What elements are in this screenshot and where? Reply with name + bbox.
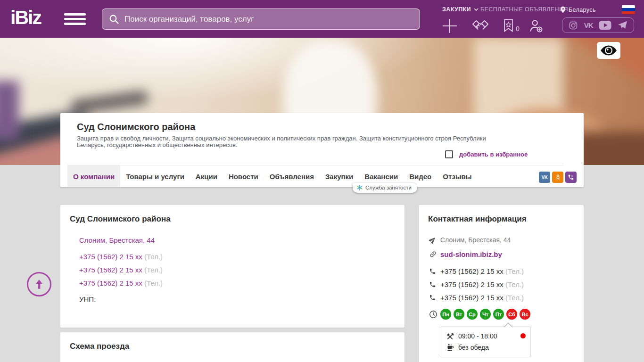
contact-info-card: Контактная информация Слоним, Брестская,… [419, 205, 584, 362]
phone-link[interactable]: +375 (1562) 2 15 xx [79, 266, 142, 274]
schedule-day-wed[interactable]: Ср [467, 309, 478, 320]
eye-icon [600, 44, 618, 57]
header-bar: iBiz ЗАКУПКИ БЕСПЛАТНЫЕ ОБЪЯВЛЕНИЯ Белар… [0, 0, 644, 38]
header-social-links: VK [562, 17, 634, 33]
odnoklassniki-share-icon[interactable] [552, 172, 563, 183]
company-tabs: О компании Товары и услуги Акции Новости… [67, 165, 564, 187]
chevron-down-icon [474, 8, 479, 11]
company-header-card: Суд Слонимского района Защита прав и сво… [60, 113, 584, 187]
schedule-day-fri[interactable]: Пт [493, 309, 504, 320]
contact-phone: +375 (1562) 2 15 xx [440, 267, 504, 275]
company-website-link[interactable]: sud-slonim.ibiz.by [440, 250, 502, 258]
nav-procurement[interactable]: ЗАКУПКИ [442, 6, 479, 13]
contact-phone: +375 (1562) 2 15 xx [440, 294, 504, 302]
views-eye-button[interactable] [597, 42, 620, 59]
about-card-title: Суд Слонимского района [70, 214, 405, 224]
page-title: Суд Слонимского района [77, 122, 584, 132]
scroll-to-top-button[interactable] [27, 272, 51, 296]
unp-label: УНП: [79, 295, 96, 303]
vacancies-tooltip-label: Служба занятости [365, 185, 412, 190]
add-plus-icon[interactable] [442, 18, 458, 34]
instagram-icon[interactable] [569, 21, 578, 30]
hamburger-menu-icon[interactable] [64, 13, 86, 25]
tools-icon [446, 332, 454, 340]
tab-ads[interactable]: Объявления [264, 165, 320, 187]
closed-now-status-dot [520, 333, 526, 338]
telegram-icon[interactable] [618, 21, 627, 30]
location-pin-icon [560, 6, 566, 13]
bookmark-star-icon[interactable] [503, 19, 514, 32]
handshake-icon[interactable] [471, 19, 490, 33]
link-chain-icon [429, 250, 437, 258]
schedule-day-tue[interactable]: Вт [454, 309, 464, 320]
youtube-icon[interactable] [599, 21, 611, 30]
clock-icon [429, 310, 438, 319]
share-social-buttons: VK [539, 172, 577, 183]
phone-type-label: (Тел.) [144, 266, 163, 274]
schedule-day-mon[interactable]: Пн [440, 309, 451, 320]
ibiz-logo[interactable]: iBiz [10, 7, 41, 29]
vk-icon[interactable]: VK [584, 21, 593, 29]
contact-address: Слоним, Брестская, 44 [440, 236, 511, 244]
tab-reviews[interactable]: Отзывы [437, 165, 477, 187]
search-bar [102, 8, 420, 30]
company-description: Защита прав и свобод личности. Защита со… [77, 135, 508, 148]
nav-arrow-icon [429, 236, 437, 244]
tab-news[interactable]: Новости [223, 165, 264, 187]
favorites-label: добавить в избранное [459, 151, 528, 158]
tab-about[interactable]: О компании [67, 165, 120, 187]
map-card-title: Схема проезда [70, 342, 405, 351]
region-label: Беларусь [569, 7, 596, 13]
company-address-link[interactable]: Слоним, Брестская, 44 [79, 236, 155, 244]
nav-procurement-label: ЗАКУПКИ [442, 6, 471, 13]
up-arrow-icon [33, 278, 45, 290]
schedule-day-sun[interactable]: Вс [520, 309, 530, 320]
phone-type-label: (Тел.) [144, 253, 163, 261]
contact-card-title: Контактная информация [428, 214, 584, 224]
phone-icon [429, 268, 436, 275]
favorites-checkbox[interactable] [445, 150, 453, 158]
phone-type-label: (Тел.) [505, 267, 524, 275]
tab-promotions[interactable]: Акции [190, 165, 223, 187]
viber-share-icon[interactable] [565, 172, 577, 183]
phone-link[interactable]: +375 (1562) 2 15 xx [79, 279, 142, 287]
search-input[interactable] [124, 15, 413, 24]
region-selector[interactable]: Беларусь [560, 6, 596, 13]
vacancies-tooltip: Служба занятости [353, 183, 417, 193]
coffee-cup-icon [446, 344, 454, 352]
search-icon [109, 14, 119, 25]
working-hours-popup: 09:00 - 18:00 без обеда [441, 327, 530, 357]
schedule-day-sat[interactable]: Сб [506, 309, 517, 320]
russian-flag-language-switch[interactable] [622, 5, 635, 14]
phone-link[interactable]: +375 (1562) 2 15 xx [79, 253, 142, 261]
snowflake-icon [357, 185, 363, 190]
page: iBiz ЗАКУПКИ БЕСПЛАТНЫЕ ОБЪЯВЛЕНИЯ Белар… [0, 0, 644, 362]
schedule-day-thu[interactable]: Чт [480, 309, 491, 320]
phone-icon [429, 294, 436, 301]
popup-arrow [504, 323, 512, 331]
contact-phone: +375 (1562) 2 15 xx [440, 280, 504, 288]
working-hours: 09:00 - 18:00 [458, 332, 497, 340]
phone-type-label: (Тел.) [144, 279, 163, 287]
lunch-label: без обеда [458, 344, 489, 351]
route-map-card: Схема проезда [60, 332, 405, 362]
about-company-card: Суд Слонимского района Слоним, Брестская… [60, 205, 405, 328]
add-to-favorites[interactable]: добавить в избранное [445, 150, 528, 158]
vk-share-icon[interactable]: VK [539, 172, 550, 183]
tab-products[interactable]: Товары и услуги [120, 165, 190, 187]
nav-free-ads[interactable]: БЕСПЛАТНЫЕ ОБЪЯВЛЕНИЯ [480, 6, 568, 13]
phone-type-label: (Тел.) [505, 280, 524, 288]
phone-icon [429, 281, 436, 288]
phone-type-label: (Тел.) [505, 294, 524, 302]
person-add-icon[interactable] [529, 19, 543, 33]
bookmark-count: 0 [516, 25, 520, 33]
